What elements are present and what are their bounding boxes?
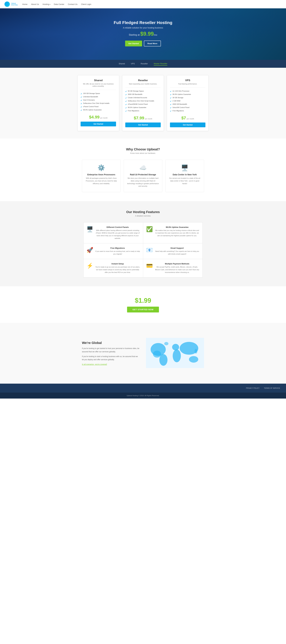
svg-point-4	[172, 344, 179, 350]
feature-icon: 💳	[146, 262, 153, 269]
get-started-button[interactable]: Get Started	[125, 40, 142, 46]
cta-button[interactable]: GET STARTED NOW	[127, 307, 159, 312]
cta-section: $1.99 GET STARTED NOW	[0, 286, 286, 323]
logo-name: Upbeat	[11, 2, 18, 4]
check-icon: ✔	[125, 94, 127, 96]
nav-link-about-us[interactable]: About Us	[31, 3, 39, 5]
card-get-started-button[interactable]: Get Started	[170, 122, 205, 127]
nav-link-contact-us[interactable]: Contact Us	[68, 3, 77, 5]
nav-link-client-login[interactable]: Client Login	[81, 3, 91, 5]
card-divider	[81, 90, 116, 90]
tab-reseller[interactable]: Reseller	[141, 62, 148, 66]
pricing-section: Shared We offer all you need to run your…	[0, 68, 286, 138]
feature-title: 99.9% Uptime Guarantee	[155, 226, 200, 228]
feature-item: ✔100 GB Storage Space	[81, 92, 116, 95]
svg-point-5	[173, 350, 181, 362]
feature-item: ✔2x 3.40 GHz Processor	[170, 90, 205, 93]
price-period: per month	[145, 118, 152, 120]
why-card: 🖥️ Data Center in New York Our servers a…	[165, 160, 204, 192]
why-card: ☁️ Raid-10 Protected Storage We store yo…	[124, 160, 162, 192]
feature-item: ✔cPanel/WHM Control Panel	[125, 103, 161, 106]
check-icon: ✔	[170, 104, 172, 106]
check-icon: ✔	[81, 93, 82, 95]
check-icon: ✔	[125, 104, 127, 106]
features-grid: 🖥️ Different Control Panels With differe…	[83, 222, 203, 278]
price-tag: $4.99 per month	[81, 115, 116, 120]
price-amount: $4.99	[89, 115, 100, 119]
nav-link-data-center[interactable]: Data Center	[54, 3, 64, 5]
hero-price-amount: $9.99	[140, 31, 154, 37]
why-card-desc: With all packages powered by Intel's Xeo…	[85, 177, 118, 185]
feature-item: ✔50 GB Storage Space	[125, 90, 161, 93]
check-icon: ✔	[81, 102, 82, 105]
check-icon: ✔	[81, 99, 82, 102]
feature-icon: ✅	[146, 226, 153, 232]
feature-cell: 🚀 Free Migrations If you want to move fr…	[84, 243, 143, 259]
check-icon: ✔	[125, 107, 127, 109]
check-icon: ✔	[125, 110, 127, 112]
check-icon: ✔	[125, 100, 127, 102]
hero-title: Full Fledged Reseller Hosting	[3, 20, 283, 25]
price-tag: $7 per month	[170, 116, 205, 120]
read-more-button[interactable]: Read More	[144, 40, 161, 46]
why-card-title: Enterprise Xeon Processors	[85, 174, 118, 176]
nav-link-hosting[interactable]: Hosting	[43, 3, 50, 5]
nav-link-home[interactable]: Home	[22, 3, 27, 5]
hero-price-suffix: /mo	[154, 34, 157, 36]
features-title: Our Hosting Features	[3, 210, 283, 214]
feature-item: ✔Host 5 Domains	[81, 99, 116, 102]
hero-content: Full Fledged Reseller Hosting A reliable…	[3, 20, 283, 46]
global-title: We're Global	[82, 341, 140, 345]
feature-title: Multiple Payment Methods	[155, 262, 200, 265]
feature-list: ✔100 GB Storage Space✔Unlimited Bandwidt…	[81, 92, 116, 112]
feature-item: ✔2000 GB Bandwidth	[170, 103, 205, 106]
feature-text: Different Control Panels With different …	[95, 226, 140, 240]
card-get-started-button[interactable]: Get Started	[125, 122, 161, 127]
check-icon: ✔	[81, 96, 82, 98]
footer-link-privacy-policy[interactable]: PRIVACY POLICY	[246, 387, 260, 389]
global-link[interactable]: In all scenarios, you're covered!	[82, 363, 107, 366]
svg-point-8	[164, 342, 168, 345]
check-icon: ✔	[81, 109, 82, 111]
feature-text: Free Migrations If you want to move from…	[95, 247, 140, 255]
feature-icon: 📧	[146, 247, 153, 253]
why-card-desc: We store your information on multiple ha…	[127, 177, 159, 188]
why-card: ⚙️ Enterprise Xeon Processors With all p…	[82, 160, 121, 192]
footer-link-terms-of-service[interactable]: TERMS OF SERVICE	[264, 387, 280, 389]
tab-master-reseller[interactable]: Master Reseller	[154, 62, 167, 66]
check-icon: ✔	[170, 94, 172, 96]
global-content: We're Global If you're looking to get st…	[76, 329, 210, 378]
feature-cell: 🖥️ Different Control Panels With differe…	[84, 222, 143, 243]
nav-links: HomeAbout UsHostingData CenterContact Us…	[22, 3, 91, 6]
logo-tagline: HOSTING	[11, 4, 18, 6]
global-map	[146, 338, 204, 369]
feature-icon: 🚀	[87, 247, 93, 253]
feature-desc: You're ready to go as soon as you purcha…	[95, 266, 140, 274]
feature-desc: Need help with something? Our experts ar…	[155, 250, 200, 255]
card-title: Reseller	[125, 79, 161, 82]
svg-point-3	[159, 354, 167, 366]
svg-point-2	[153, 351, 161, 358]
check-icon: ✔	[170, 107, 172, 109]
feature-desc: With different plans having different co…	[95, 229, 140, 240]
footer-main: PRIVACY POLICYTERMS OF SERVICE	[0, 384, 286, 392]
features-subtitle: A detailed overview.	[3, 215, 283, 217]
feature-item: ✔30 GB Storage	[170, 96, 205, 100]
why-card-icon: ☁️	[127, 164, 159, 171]
why-subtitle: Know more about our hardware.	[3, 152, 283, 154]
hero-price: Starting at $9.99/mo	[3, 31, 283, 37]
pricing-card-reseller: Reseller Start expanding your reseller b…	[122, 75, 164, 131]
tab-vps[interactable]: VPS	[131, 62, 135, 66]
svg-point-7	[189, 356, 198, 363]
feature-title: Different Control Panels	[95, 226, 140, 228]
hero-subtitle: A reliable solution for your hosting bus…	[3, 26, 283, 29]
why-card-desc: Our servers are located in a state of th…	[168, 177, 201, 185]
tab-shared[interactable]: Shared	[119, 62, 125, 66]
why-card-title: Raid-10 Protected Storage	[127, 174, 159, 176]
why-card-title: Data Center in New York	[168, 174, 201, 176]
feature-item: ✔2 GB RAM	[170, 100, 205, 103]
navbar: 🌐 Upbeat HOSTING HomeAbout UsHostingData…	[0, 0, 286, 8]
logo-text: Upbeat HOSTING	[11, 2, 18, 6]
card-get-started-button[interactable]: Get Started	[81, 122, 116, 126]
feature-item: ✔99.9% Uptime Guarantee	[81, 108, 116, 112]
